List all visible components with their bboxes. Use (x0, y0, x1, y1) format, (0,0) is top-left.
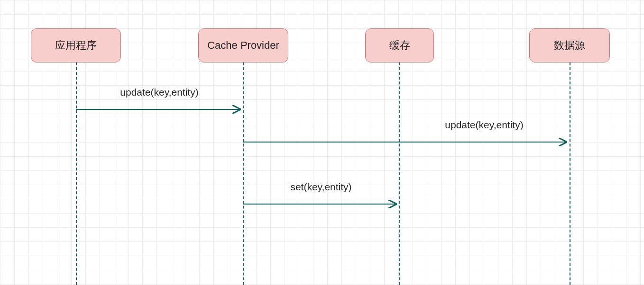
participant-source: 数据源 (529, 28, 610, 62)
lifeline-app (76, 62, 77, 285)
participant-source-label: 数据源 (554, 38, 585, 53)
lifeline-provider (243, 62, 244, 285)
message-label-1: update(key,entity) (445, 119, 523, 131)
message-label-2: set(key,entity) (290, 181, 351, 193)
diagram-canvas: 应用程序 Cache Provider 缓存 数据源 update(key,en… (0, 0, 644, 285)
participant-cache-label: 缓存 (389, 38, 410, 53)
participant-provider-label: Cache Provider (207, 39, 279, 52)
lifeline-cache (399, 62, 400, 285)
participant-app-label: 应用程序 (55, 38, 97, 53)
message-label-0: update(key,entity) (120, 87, 198, 98)
lifeline-source (570, 62, 570, 285)
participant-cache: 缓存 (365, 28, 434, 62)
participant-provider: Cache Provider (198, 28, 288, 62)
participant-app: 应用程序 (31, 28, 121, 62)
